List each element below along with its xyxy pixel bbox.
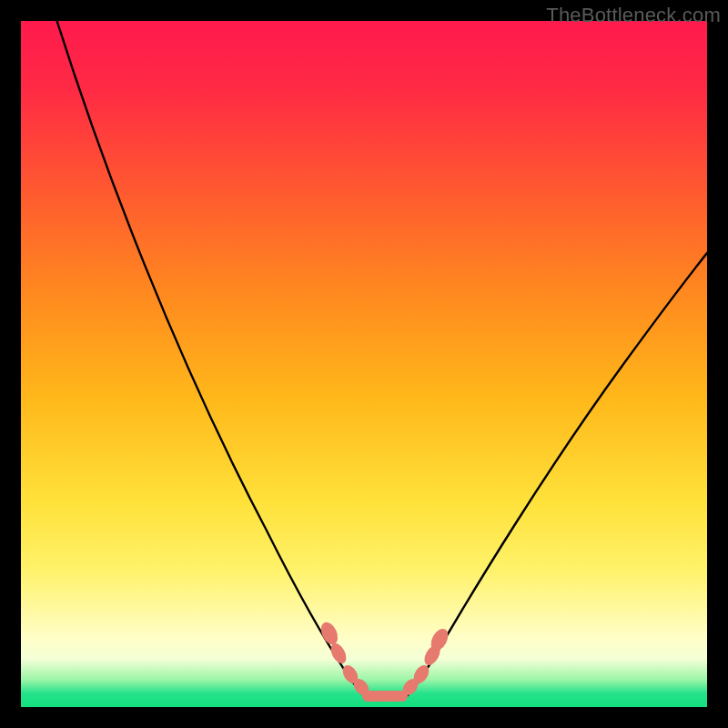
valley-marker	[328, 641, 349, 666]
marker-group	[318, 620, 451, 702]
curve-overlay	[21, 21, 707, 707]
curve-right-branch	[407, 248, 707, 696]
watermark-text: TheBottleneck.com	[546, 4, 721, 27]
plot-area	[21, 21, 707, 707]
curve-left-branch	[56, 21, 365, 696]
chart-stage: TheBottleneck.com	[0, 0, 728, 728]
valley-floor-bar	[362, 691, 408, 702]
